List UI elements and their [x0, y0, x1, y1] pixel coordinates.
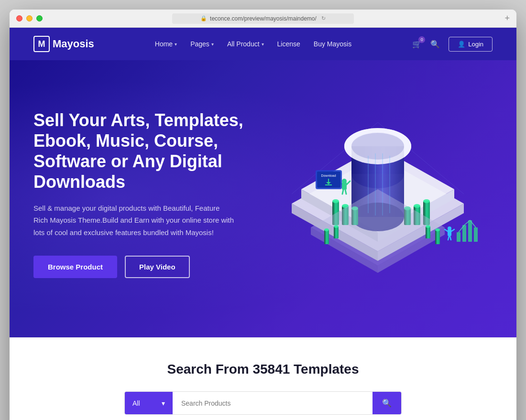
svg-point-27 [423, 199, 430, 203]
mac-close-button[interactable] [16, 15, 22, 22]
logo[interactable]: M Mayosis [33, 36, 94, 52]
mac-titlebar: 🔒 teconce.com/preview/mayosis/maindemo/ … [10, 10, 516, 28]
svg-text:Download: Download [321, 174, 336, 177]
nav-item-pages[interactable]: Pages ▾ [190, 40, 214, 48]
site-header: M Mayosis Home ▾ Pages ▾ All Product ▾ L… [10, 28, 516, 60]
svg-point-25 [414, 204, 420, 208]
main-nav: Home ▾ Pages ▾ All Product ▾ License Buy… [155, 40, 351, 48]
svg-line-53 [445, 229, 448, 231]
svg-rect-57 [457, 232, 460, 242]
svg-rect-51 [448, 229, 451, 236]
chevron-down-icon: ▾ [162, 399, 165, 407]
hero-illustration: Download [263, 98, 493, 290]
hero-buttons: Browse Product Play Video [33, 256, 263, 278]
svg-point-38 [435, 228, 440, 231]
nav-item-all-product[interactable]: All Product ▾ [227, 40, 264, 48]
search-button[interactable]: 🔍 [430, 40, 440, 49]
category-label: All [132, 399, 140, 407]
logo-icon: M [33, 36, 50, 52]
mac-minimize-button[interactable] [26, 15, 33, 22]
user-icon: 👤 [458, 41, 465, 48]
hero-section: Sell Your Arts, Templates, Ebook, Music,… [10, 60, 516, 337]
search-section-title: Search From 35841 Templates [33, 362, 493, 377]
cart-badge: 0 [418, 36, 425, 43]
hero-content: Sell Your Arts, Templates, Ebook, Music,… [33, 110, 263, 278]
new-tab-button[interactable]: + [504, 13, 510, 23]
svg-point-52 [448, 226, 451, 230]
nav-actions: 🛒 0 🔍 👤 Login [412, 37, 493, 52]
search-section: Search From 35841 Templates All ▾ 🔍 [10, 337, 516, 420]
lock-icon: 🔒 [200, 15, 207, 22]
svg-point-36 [426, 225, 430, 228]
chevron-down-icon: ▾ [211, 42, 214, 47]
svg-line-55 [448, 236, 449, 240]
address-bar[interactable]: 🔒 teconce.com/preview/mayosis/maindemo/ … [172, 13, 354, 24]
site-content: M Mayosis Home ▾ Pages ▾ All Product ▾ L… [10, 28, 516, 420]
svg-line-54 [451, 229, 454, 231]
url-text: teconce.com/preview/mayosis/maindemo/ [210, 15, 317, 22]
svg-point-17 [332, 199, 339, 203]
svg-point-34 [334, 225, 339, 228]
hero-description: Sell & manage your digital products with… [33, 202, 234, 239]
svg-rect-60 [474, 227, 478, 242]
svg-rect-33 [334, 226, 339, 238]
nav-item-home[interactable]: Home ▾ [155, 40, 177, 48]
svg-line-44 [345, 190, 346, 194]
login-button[interactable]: 👤 Login [449, 37, 493, 52]
svg-point-32 [324, 228, 329, 231]
chevron-down-icon: ▾ [175, 42, 177, 47]
search-bar: All ▾ 🔍 [124, 391, 402, 415]
chevron-down-icon: ▾ [262, 42, 264, 47]
isometric-illustration: Download [263, 98, 493, 290]
mac-fullscreen-button[interactable] [36, 15, 43, 22]
search-icon: 🔍 [382, 399, 392, 407]
nav-item-license[interactable]: License [277, 40, 300, 48]
svg-point-15 [351, 133, 404, 160]
svg-rect-35 [426, 226, 430, 238]
svg-point-40 [342, 179, 347, 183]
browse-product-button[interactable]: Browse Product [33, 256, 117, 278]
mac-window: 🔒 teconce.com/preview/mayosis/maindemo/ … [10, 10, 516, 420]
hero-title: Sell Your Arts, Templates, Ebook, Music,… [33, 110, 263, 193]
svg-rect-37 [435, 230, 440, 244]
mac-window-buttons [16, 15, 43, 22]
search-input[interactable] [173, 392, 373, 414]
play-video-button[interactable]: Play Video [125, 256, 190, 278]
category-dropdown[interactable]: All ▾ [125, 392, 173, 414]
search-button[interactable]: 🔍 [373, 392, 401, 414]
logo-text: Mayosis [53, 38, 94, 50]
svg-rect-31 [324, 230, 329, 244]
nav-item-buy-mayosis[interactable]: Buy Mayosis [314, 40, 351, 48]
cart-button[interactable]: 🛒 0 [412, 40, 422, 49]
svg-rect-59 [468, 220, 472, 242]
svg-rect-58 [462, 225, 466, 242]
svg-line-56 [450, 236, 451, 240]
reload-icon[interactable]: ↻ [321, 15, 326, 22]
svg-line-43 [342, 190, 343, 194]
